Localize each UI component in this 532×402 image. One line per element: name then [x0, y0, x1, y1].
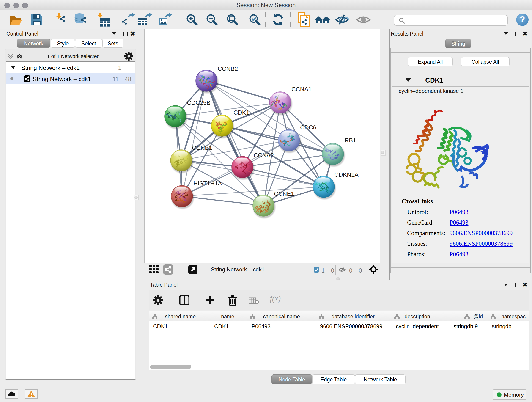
svg-text:RB1: RB1 [345, 137, 356, 144]
svg-text:CCNB1: CCNB1 [192, 144, 212, 151]
svg-text:CCNA1: CCNA1 [291, 86, 312, 93]
svg-text:HIST1H1A: HIST1H1A [193, 180, 222, 187]
svg-text:CCNE1: CCNE1 [274, 190, 294, 197]
svg-text:CCNA2: CCNA2 [254, 152, 274, 159]
svg-text:CDKN1A: CDKN1A [334, 171, 359, 178]
svg-text:CDC6: CDC6 [300, 124, 317, 131]
svg-text:CDC25B: CDC25B [187, 99, 210, 106]
svg-text:CCNB2: CCNB2 [218, 65, 238, 72]
svg-text:CDK1: CDK1 [234, 109, 249, 116]
